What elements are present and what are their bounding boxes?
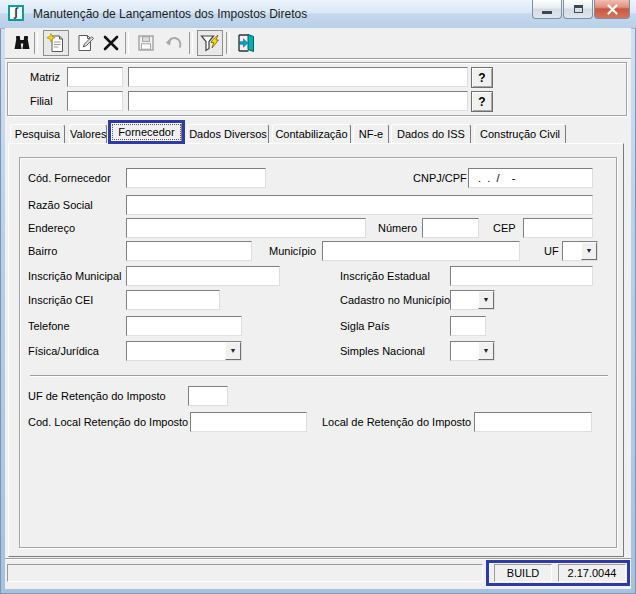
edit-button[interactable] bbox=[72, 30, 98, 56]
matriz-name-input[interactable] bbox=[128, 67, 468, 87]
search-button[interactable] bbox=[9, 30, 35, 56]
maximize-button[interactable] bbox=[563, 0, 593, 19]
matriz-help-button[interactable]: ? bbox=[471, 67, 493, 88]
close-icon bbox=[607, 4, 618, 15]
inscricao-estadual-label: Inscrição Estadual bbox=[340, 266, 430, 286]
form-divider bbox=[30, 375, 608, 377]
fisica-juridica-select[interactable]: ▼ bbox=[126, 341, 242, 361]
inscricao-cei-label: Inscrição CEI bbox=[28, 290, 93, 310]
undo-arrow-icon bbox=[164, 33, 184, 53]
filter-lightning-icon bbox=[200, 33, 220, 53]
new-document-icon bbox=[46, 33, 66, 53]
filial-label: Filial bbox=[30, 91, 53, 111]
exit-button[interactable] bbox=[233, 30, 259, 56]
inscricao-cei-input[interactable] bbox=[126, 290, 220, 310]
toolbar-separator bbox=[125, 32, 129, 54]
cep-label: CEP bbox=[493, 218, 516, 238]
tab-valores[interactable]: Valores bbox=[69, 124, 107, 143]
client-area: Matriz ? Filial ? Pesquisa Valores Forne… bbox=[5, 28, 631, 589]
sigla-pais-label: Sigla País bbox=[340, 316, 390, 336]
form-group-box bbox=[19, 157, 617, 548]
bairro-input[interactable] bbox=[126, 241, 252, 261]
app-icon: ∫ bbox=[8, 5, 24, 21]
cod-local-retencao-label: Cod. Local Retenção do Imposto bbox=[28, 412, 188, 432]
new-button[interactable] bbox=[43, 30, 69, 56]
toolbar-separator bbox=[34, 32, 38, 54]
delete-button[interactable] bbox=[98, 30, 124, 56]
toolbar-separator bbox=[226, 32, 230, 54]
simples-nacional-select[interactable]: ▼ bbox=[450, 341, 495, 361]
tab-dados-diversos[interactable]: Dados Diversos bbox=[187, 124, 269, 143]
cnpj-cpf-label: CNPJ/CPF bbox=[413, 168, 467, 188]
cep-input[interactable] bbox=[523, 218, 593, 238]
tab-contabilizacao[interactable]: Contabilização bbox=[272, 124, 351, 143]
tab-pesquisa[interactable]: Pesquisa bbox=[10, 124, 65, 143]
cod-fornecedor-label: Cód. Fornecedor bbox=[28, 168, 111, 188]
chevron-down-icon[interactable]: ▼ bbox=[478, 342, 494, 360]
chevron-down-icon[interactable]: ▼ bbox=[225, 342, 241, 360]
razao-social-label: Razão Social bbox=[28, 195, 93, 215]
delete-x-icon bbox=[102, 34, 120, 52]
undo-button[interactable] bbox=[161, 30, 187, 56]
filter-button[interactable] bbox=[197, 30, 223, 56]
uf-label: UF bbox=[544, 241, 559, 261]
fisica-juridica-label: Física/Jurídica bbox=[28, 341, 99, 361]
window-title: Manutenção de Lançamentos dos Impostos D… bbox=[33, 0, 307, 28]
numero-label: Número bbox=[378, 218, 417, 238]
telefone-input[interactable] bbox=[126, 316, 242, 336]
tab-construcao-civil[interactable]: Construção Civil bbox=[474, 124, 566, 143]
tab-fornecedor[interactable]: Fornecedor bbox=[111, 123, 182, 141]
save-button[interactable] bbox=[133, 30, 159, 56]
bairro-label: Bairro bbox=[28, 241, 57, 261]
endereco-label: Endereço bbox=[28, 218, 75, 238]
uf-select[interactable]: ▼ bbox=[562, 241, 598, 261]
maximize-icon bbox=[574, 5, 583, 13]
simples-nacional-label: Simples Nacional bbox=[340, 341, 425, 361]
cod-local-retencao-input[interactable] bbox=[190, 412, 307, 432]
cnpj-cpf-input[interactable] bbox=[468, 168, 593, 188]
municipio-input[interactable] bbox=[322, 241, 520, 261]
municipio-label: Município bbox=[269, 241, 316, 261]
filial-name-input[interactable] bbox=[128, 91, 468, 111]
title-bar: ∫ Manutenção de Lançamentos dos Impostos… bbox=[0, 0, 636, 29]
statusbar-build-panel: BUILD bbox=[494, 564, 552, 582]
endereco-input[interactable] bbox=[126, 218, 366, 238]
cod-fornecedor-input[interactable] bbox=[126, 168, 266, 188]
local-retencao-label: Local de Retenção do Imposto bbox=[322, 412, 471, 432]
tab-fornecedor-highlight: Fornecedor bbox=[108, 120, 185, 144]
cadastro-municipio-select[interactable]: ▼ bbox=[450, 290, 495, 310]
inscricao-municipal-input[interactable] bbox=[126, 266, 280, 286]
binoculars-icon bbox=[12, 33, 32, 53]
cadastro-municipio-label: Cadastro no Município bbox=[340, 290, 450, 310]
save-disk-icon bbox=[136, 33, 156, 53]
matriz-label: Matriz bbox=[30, 67, 60, 87]
tab-nfe[interactable]: NF-e bbox=[353, 124, 389, 143]
toolbar-separator-line bbox=[5, 58, 631, 60]
toolbar-separator bbox=[189, 32, 193, 54]
close-button[interactable] bbox=[594, 0, 630, 19]
edit-document-icon bbox=[75, 33, 95, 53]
filial-help-button[interactable]: ? bbox=[471, 91, 493, 112]
statusbar-message-panel bbox=[7, 564, 483, 582]
uf-retencao-input[interactable] bbox=[188, 386, 228, 406]
tab-dados-do-iss[interactable]: Dados do ISS bbox=[391, 124, 471, 143]
chevron-down-icon[interactable]: ▼ bbox=[581, 242, 597, 260]
local-retencao-input[interactable] bbox=[474, 412, 592, 432]
numero-input[interactable] bbox=[422, 218, 479, 238]
telefone-label: Telefone bbox=[28, 316, 70, 336]
exit-door-icon bbox=[236, 33, 256, 53]
inscricao-estadual-input[interactable] bbox=[450, 266, 593, 286]
filial-code-input[interactable] bbox=[67, 91, 123, 111]
window: ∫ Manutenção de Lançamentos dos Impostos… bbox=[0, 0, 636, 594]
uf-retencao-label: UF de Retenção do Imposto bbox=[28, 386, 166, 406]
razao-social-input[interactable] bbox=[126, 195, 593, 215]
matriz-code-input[interactable] bbox=[67, 67, 123, 87]
minimize-icon bbox=[542, 11, 552, 14]
statusbar-version-panel: 2.17.0044 bbox=[558, 564, 626, 582]
chevron-down-icon[interactable]: ▼ bbox=[478, 291, 494, 309]
sigla-pais-input[interactable] bbox=[450, 316, 486, 336]
inscricao-municipal-label: Inscrição Municipal bbox=[28, 266, 122, 286]
minimize-button[interactable] bbox=[532, 0, 562, 19]
